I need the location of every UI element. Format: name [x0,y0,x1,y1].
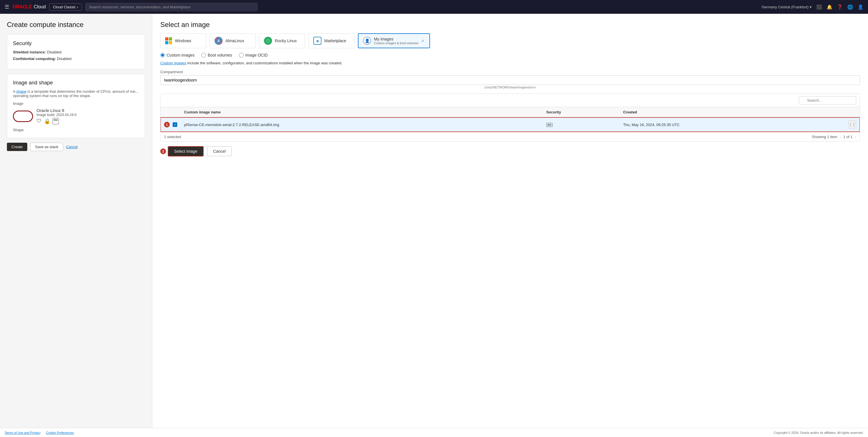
boot-volumes-radio[interactable] [202,53,206,57]
image-ocid-radio-item[interactable]: Image OCID [239,53,268,57]
page-indicator: 1 of 1 [843,135,853,139]
app-footer: Terms of Use and Privacy Cookie Preferen… [0,428,868,437]
compartment-select[interactable]: IwanHoogendoorn [160,75,860,85]
shield-badge-icon: 🛡 [36,118,42,124]
search-wrapper: 🔍 [799,96,856,104]
row-checkbox-cell[interactable]: 1 ✓ [161,118,181,132]
created-column-header[interactable]: Created [620,107,845,118]
image-filter-radio-group: Custom images Boot volumes Image OCID [160,53,860,57]
left-action-buttons: Create Save as stack Cancel [7,143,145,151]
almalinux-label: AlmaLinux [225,38,244,43]
user-avatar-icon[interactable]: 👤 [858,4,863,10]
image-shape-section: Image and shape A shape is a template th… [7,74,145,138]
image-build: Image build: 2024.04.19-0 [36,113,76,117]
hamburger-menu-icon[interactable]: ☰ [5,4,9,10]
image-display: Oracle Linux 8 Image build: 2024.04.19-0… [13,108,139,124]
row-checkbox-checked[interactable]: ✓ [173,122,177,127]
select-image-button[interactable]: Select image [168,146,204,156]
image-name: Oracle Linux 8 [36,108,76,113]
table-footer: 1 selected Showing 1 item ‹ 1 of 1 › [161,132,860,141]
compartment-label: Compartment [160,70,860,74]
custom-images-radio[interactable] [160,53,165,57]
my-images-checkmark-icon: ✓ [421,38,425,43]
windows-icon [165,37,172,44]
windows-tile[interactable]: Windows [160,33,206,48]
lock-badge-icon: 🔒 [44,118,50,124]
row-created: Thu, May 16, 2024, 09:25:35 UTC [620,118,845,132]
selected-count: 1 selected [164,135,181,139]
custom-images-table-container: 🔍 Custom image name Security Created [160,94,860,142]
next-page-button[interactable]: › [855,134,856,139]
shielded-label: Shielded instance: [13,50,46,54]
copyright-text: Copyright © 2024, Oracle and/or its affi… [774,431,863,434]
security-column-header[interactable]: Security [543,107,620,118]
pagination: Showing 1 item ‹ 1 of 1 › [812,134,856,139]
global-search-input[interactable] [85,3,258,11]
table-search-input[interactable] [799,96,856,104]
help-icon[interactable]: ❓ [837,4,843,10]
terms-link[interactable]: Terms of Use and Privacy [5,431,40,434]
shielded-instance-row: Shielded instance: Disabled [13,50,139,54]
globe-icon[interactable]: 🌐 [847,4,853,10]
almalinux-tile[interactable]: A AlmaLinux [210,33,256,48]
image-badge-row: 🛡 🔒 BM [36,118,76,124]
custom-images-info-link[interactable]: Custom images [160,61,186,65]
image-subsection: Image Oracle Linux 8 Image build: 2024.0… [13,101,139,124]
row-menu-icon[interactable]: ⋮⋮ [848,121,856,129]
boot-volumes-radio-item[interactable]: Boot volumes [202,53,232,57]
cookie-preferences-link[interactable]: Cookie Preferences [46,431,74,434]
oracle-text: ORACLE [13,4,32,9]
rockylinux-icon: ⬡ [264,37,272,45]
image-ocid-radio-label: Image OCID [245,53,268,57]
cloud-classic-button[interactable]: Cloud Classic › [49,3,82,11]
my-images-icon: 👤 [363,37,371,45]
help-column-header [845,107,860,118]
shape-link[interactable]: shape [17,89,26,94]
confidential-computing-row: Confidential computing: Disabled [13,57,139,61]
security-section-title: Security [13,40,139,46]
region-chevron-icon: ▾ [810,5,812,9]
prev-page-button[interactable]: ‹ [840,134,841,139]
image-field-label: Image [13,101,139,106]
row-actions: ⋮⋮ [845,118,860,132]
oracle-linux-icon [13,111,33,122]
custom-images-radio-item[interactable]: Custom images [160,53,194,57]
compartment-path: (root)/NETWORK/IwanHoogendoorn [160,86,860,89]
top-navigation: ☰ ORACLE Cloud Cloud Classic › Germany C… [0,0,868,14]
shielded-value: Disabled [47,50,62,54]
region-selector[interactable]: Germany Central (Frankfurt) ▾ [762,5,812,9]
marketplace-label: Marketplace [324,38,346,43]
cancel-modal-button[interactable]: Cancel [207,147,232,156]
security-section: Security Shielded instance: Disabled Con… [7,34,145,69]
windows-q1 [165,37,168,40]
modal-title: Select an image [160,21,860,29]
confidential-label: Confidential computing: [13,57,56,61]
shape-subsection: Shape [13,128,139,132]
almalinux-icon: A [215,37,223,45]
windows-q3 [165,41,168,44]
confidential-value: Disabled [57,57,71,61]
name-column-header[interactable]: Custom image name [181,107,543,118]
my-images-tile[interactable]: 👤 My images Custom images & boot volumes… [358,33,430,48]
save-as-stack-button[interactable]: Save as stack [30,143,63,151]
cancel-button[interactable]: Cancel [66,143,78,151]
bell-icon[interactable]: 🔔 [827,4,832,10]
oracle-logo: ORACLE Cloud [13,4,46,9]
windows-q4 [169,41,172,44]
custom-images-info-text: include the software, configuration, and… [187,61,342,65]
windows-q2 [169,37,172,40]
custom-images-table: Custom image name Security Created 1 ✓ [161,107,860,132]
marketplace-tile[interactable]: ▣ Marketplace [308,33,354,48]
cloud-shell-icon[interactable]: ⬛ [816,4,822,10]
row-security: BM [543,118,620,132]
my-images-sub: Custom images & boot volumes [374,41,418,45]
create-button[interactable]: Create [7,143,27,151]
modal-footer: 2 Select image Cancel [160,146,860,156]
rockylinux-tile[interactable]: ⬡ Rocky Linux [259,33,305,48]
table-row[interactable]: 1 ✓ pfSense-CE-memstick-serial-2.7.2-REL… [161,118,860,132]
image-ocid-radio[interactable] [239,53,244,57]
custom-images-info: Custom images include the software, conf… [160,61,860,65]
row-bm-badge: BM [546,123,553,127]
left-panel: Create compute instance Security Shielde… [0,14,152,428]
boot-volumes-radio-label: Boot volumes [208,53,232,57]
